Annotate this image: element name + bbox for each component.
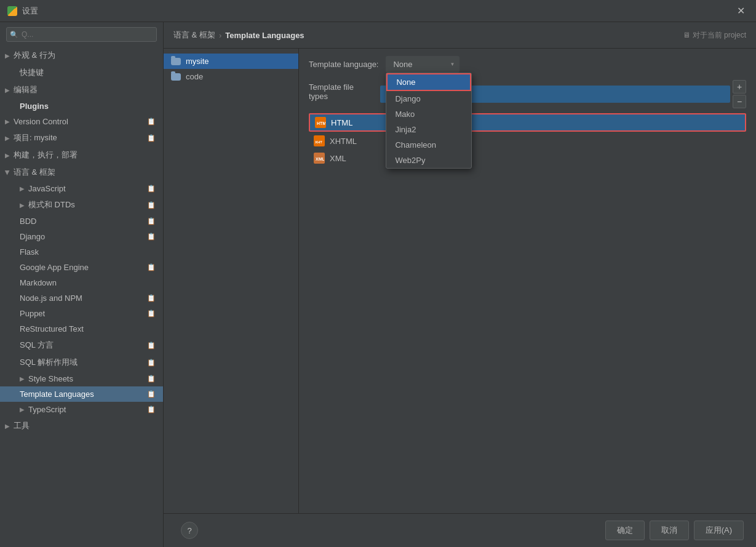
copy-icon: 📋 <box>147 294 156 302</box>
close-button[interactable]: ✕ <box>733 4 749 18</box>
breadcrumb: 语言 & 框架 › Template Languages <box>173 30 304 41</box>
cancel-button[interactable]: 取消 <box>650 521 689 540</box>
sidebar-item-markdown[interactable]: Markdown <box>0 275 163 290</box>
copy-icon: 📋 <box>147 309 156 317</box>
svg-text:XML: XML <box>316 157 324 161</box>
dropdown-item-web2py[interactable]: Web2Py <box>386 153 471 168</box>
copy-icon: 📋 <box>147 233 156 241</box>
sidebar-item-label: Flask <box>20 247 39 257</box>
sidebar-item-typescript[interactable]: ▶ TypeScript 📋 <box>0 402 163 417</box>
sidebar-item-label: JavaScript <box>28 184 66 193</box>
sidebar-item-sql[interactable]: SQL 方言 📋 <box>0 337 163 354</box>
file-item-xml[interactable]: XML XML <box>309 150 746 166</box>
sidebar-item-django[interactable]: Django 📋 <box>0 229 163 244</box>
sidebar-item-nodejs[interactable]: Node.js and NPM 📋 <box>0 290 163 306</box>
sidebar-item-label: 语言 & 框架 <box>14 167 55 178</box>
help-button[interactable]: ? <box>181 522 198 539</box>
breadcrumb-separator: › <box>219 31 221 40</box>
search-input[interactable] <box>6 27 157 42</box>
dropdown-item-none[interactable]: None <box>386 73 471 91</box>
sidebar-item-editor[interactable]: ▶ 编辑器 <box>0 81 163 98</box>
dropdown-item-mako[interactable]: Mako <box>386 106 471 122</box>
sidebar-item-label: Template Languages <box>20 389 94 399</box>
sidebar-item-puppet[interactable]: Puppet 📋 <box>0 306 163 321</box>
svg-text:HTM: HTM <box>317 121 325 126</box>
search-icon: 🔍 <box>10 31 18 39</box>
sidebar-item-bdd[interactable]: BDD 📋 <box>0 214 163 229</box>
sidebar-item-waixing[interactable]: ▶ 外观 & 行为 <box>0 47 163 64</box>
confirm-button[interactable]: 确定 <box>605 521 645 540</box>
collapse-arrow: ▶ <box>20 185 25 192</box>
sidebar-item-label: 外观 & 行为 <box>14 50 55 61</box>
sidebar-item-label: TypeScript <box>28 405 66 414</box>
apply-button[interactable]: 应用(A) <box>694 521 744 540</box>
copy-icon: 📋 <box>147 341 156 349</box>
sidebar-item-gae[interactable]: Google App Engine 📋 <box>0 260 163 275</box>
sidebar: 🔍 ▶ 外观 & 行为 快捷键 ▶ 编辑器 Plugins ▶ Version … <box>0 22 164 547</box>
project-item-code[interactable]: code <box>164 69 298 84</box>
sidebar-item-label: Puppet <box>20 309 45 318</box>
sidebar-item-flask[interactable]: Flask <box>0 244 163 260</box>
sidebar-item-template-languages[interactable]: Template Languages 📋 <box>0 386 163 402</box>
project-item-label: code <box>186 72 203 81</box>
sidebar-item-label: ReStructured Text <box>20 324 84 333</box>
folder-icon <box>171 58 181 65</box>
search-box: 🔍 <box>0 22 163 47</box>
xhtml-file-icon: XHT <box>314 135 325 146</box>
remove-file-button[interactable]: − <box>733 95 746 108</box>
sidebar-item-label: Plugins <box>20 102 49 111</box>
sidebar-item-label: SQL 方言 <box>20 340 54 351</box>
file-list: HTM HTML XHT <box>309 113 746 166</box>
sidebar-item-label: 项目: mysite <box>14 132 57 143</box>
dropdown-item-jinja2[interactable]: Jinja2 <box>386 122 471 137</box>
add-file-button[interactable]: + <box>733 80 746 94</box>
sidebar-item-javascript[interactable]: ▶ JavaScript 📋 <box>0 181 163 196</box>
sidebar-item-label: Node.js and NPM <box>20 293 82 303</box>
sidebar-item-label: Google App Engine <box>20 263 89 272</box>
bottom-bar: ? 确定 取消 应用(A) <box>164 513 756 547</box>
sidebar-item-shortcuts[interactable]: 快捷键 <box>0 64 163 81</box>
file-item-html[interactable]: HTM HTML <box>309 113 746 132</box>
copy-icon: 📋 <box>147 375 156 383</box>
sidebar-item-build[interactable]: ▶ 构建，执行，部署 <box>0 146 163 164</box>
sidebar-item-plugins[interactable]: Plugins <box>0 98 163 114</box>
sidebar-item-sqlparse[interactable]: SQL 解析作用域 📋 <box>0 354 163 371</box>
collapse-arrow: ▶ <box>5 152 10 159</box>
expand-arrow: ▶ <box>4 170 11 175</box>
content-area: 语言 & 框架 › Template Languages 🖥 对于当前 proj… <box>164 22 756 547</box>
copy-icon: 📋 <box>147 118 156 126</box>
title-bar-text: 设置 <box>22 6 38 17</box>
sidebar-item-schemas[interactable]: ▶ 模式和 DTDs 📋 <box>0 196 163 214</box>
copy-icon: 📋 <box>147 201 156 209</box>
project-badge-text: 对于当前 project <box>693 30 746 41</box>
content-body: mysite code Template language: None <box>164 49 756 513</box>
dropdown-item-django[interactable]: Django <box>386 91 471 106</box>
main-layout: 🔍 ▶ 外观 & 行为 快捷键 ▶ 编辑器 Plugins ▶ Version … <box>0 22 756 547</box>
dropdown-selected-value: None <box>393 60 412 69</box>
file-types-label: Template file types <box>309 82 370 101</box>
sidebar-item-project[interactable]: ▶ 项目: mysite 📋 <box>0 129 163 146</box>
search-wrapper: 🔍 <box>6 27 157 42</box>
project-item-mysite[interactable]: mysite <box>164 54 298 69</box>
sidebar-item-label: 构建，执行，部署 <box>14 150 78 161</box>
sidebar-item-lang[interactable]: ▶ 语言 & 框架 <box>0 164 163 181</box>
sidebar-item-label: 模式和 DTDs <box>28 199 75 210</box>
copy-icon: 📋 <box>147 263 156 271</box>
sidebar-item-rst[interactable]: ReStructured Text <box>0 321 163 337</box>
folder-icon <box>171 73 181 81</box>
sidebar-item-label: SQL 解析作用域 <box>20 357 78 368</box>
bottom-left: ? <box>176 522 600 539</box>
template-lang-dropdown[interactable]: None <box>386 56 460 73</box>
sidebar-item-label: Markdown <box>20 278 57 287</box>
sidebar-item-label: BDD <box>20 217 36 226</box>
content-header: 语言 & 框架 › Template Languages 🖥 对于当前 proj… <box>164 22 756 49</box>
sidebar-item-tools[interactable]: ▶ 工具 <box>0 417 163 434</box>
sidebar-item-vcs[interactable]: ▶ Version Control 📋 <box>0 114 163 129</box>
xml-file-icon: XML <box>314 153 325 164</box>
sidebar-item-label: Style Sheets <box>28 374 73 383</box>
dropdown-item-chameleon[interactable]: Chameleon <box>386 137 471 153</box>
file-item-label: XHTML <box>330 137 357 146</box>
file-item-xhtml[interactable]: XHT XHTML <box>309 133 746 149</box>
html-file-icon: HTM <box>315 117 326 128</box>
sidebar-item-stylesheets[interactable]: ▶ Style Sheets 📋 <box>0 371 163 386</box>
